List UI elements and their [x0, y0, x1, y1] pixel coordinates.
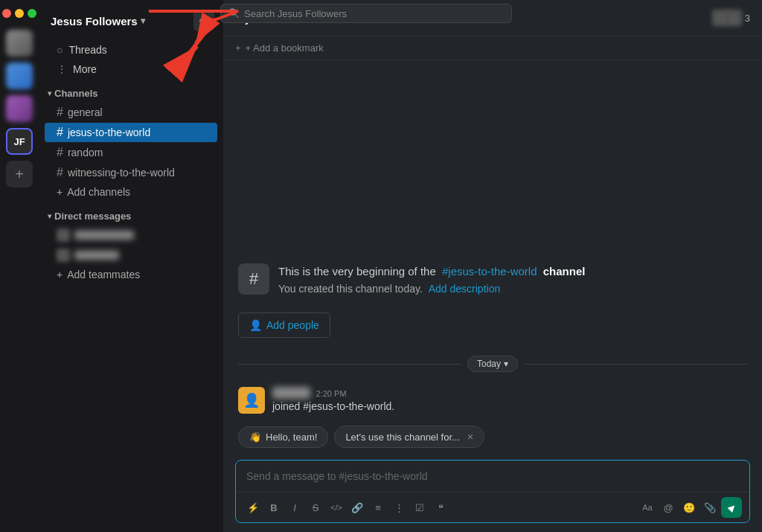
- channel-witnessing[interactable]: # witnessing-to-the-world: [45, 163, 217, 182]
- suggestion-pill-1[interactable]: 👋 Hello, team!: [238, 426, 328, 448]
- suggestion-pill-2[interactable]: Let's use this channel for... ×: [334, 426, 484, 448]
- send-icon: ▶: [726, 501, 737, 513]
- topbar-right: 3: [712, 10, 750, 26]
- dm-name-2: [74, 251, 119, 260]
- bookmark-plus-icon: +: [235, 42, 241, 54]
- toolbar-italic[interactable]: I: [285, 498, 304, 517]
- add-people-button[interactable]: 👤 Add people: [238, 313, 330, 338]
- search-bar-text: Search Jesus Followers: [244, 8, 347, 19]
- toolbar-link[interactable]: 🔗: [348, 498, 367, 517]
- compose-button[interactable]: ✏: [193, 10, 214, 31]
- workspace-icon-3[interactable]: [6, 95, 33, 122]
- dm-name-1: [74, 231, 134, 240]
- channel-intro-title: This is the very beginning of the #jesus…: [278, 263, 585, 281]
- minimize-button[interactable]: [15, 9, 24, 18]
- bookmark-bar[interactable]: + + Add a bookmark: [223, 36, 762, 60]
- divider-line-right: [524, 364, 747, 365]
- plus-icon: +: [57, 269, 63, 281]
- member-avatars[interactable]: [712, 10, 739, 26]
- date-label: Today: [477, 359, 501, 369]
- sidebar-item-threads[interactable]: ○ Threads: [45, 41, 217, 59]
- toolbar-text-format[interactable]: Aa: [638, 498, 657, 517]
- dm-avatar-1: [57, 228, 70, 242]
- message-time: 2:20 PM: [316, 389, 347, 398]
- workspace-icon-2[interactable]: [6, 63, 33, 89]
- message-item: 👤 2:20 PM joined #jesus-to-the-world.: [223, 381, 762, 420]
- close-button[interactable]: [2, 9, 11, 18]
- quote-icon: ❝: [438, 502, 444, 513]
- shortcuts-icon: ⚡: [247, 502, 259, 513]
- sidebar-item-more[interactable]: ⋮ More: [45, 60, 217, 78]
- message-toolbar: ⚡ B I S </> 🔗 ≡ ⋮ ☑ ❝ Aa @ 🙂 📎 ▶: [236, 492, 749, 522]
- dm-triangle: ▾: [48, 212, 51, 220]
- channel-random-label: random: [68, 147, 103, 158]
- date-divider: Today ▾: [223, 347, 762, 381]
- toolbar-mention[interactable]: @: [659, 498, 678, 517]
- message-text: joined #jesus-to-the-world.: [272, 400, 747, 412]
- channel-jesus-to-the-world[interactable]: # jesus-to-the-world: [45, 123, 217, 142]
- fullscreen-button[interactable]: [28, 9, 36, 18]
- send-button[interactable]: ▶: [721, 497, 742, 518]
- toolbar-list-ul[interactable]: ≡: [368, 498, 388, 517]
- more-icon: ⋮: [57, 63, 67, 75]
- add-teammates-button[interactable]: + Add teammates: [45, 266, 217, 283]
- channels-triangle: ▾: [48, 89, 51, 97]
- toolbar-strikethrough[interactable]: S: [306, 498, 325, 517]
- italic-icon: I: [293, 502, 296, 513]
- toolbar-list-ol[interactable]: ⋮: [389, 498, 409, 517]
- intro-suffix: channel: [543, 265, 586, 278]
- divider-line-left: [238, 364, 461, 365]
- add-workspace-button[interactable]: +: [6, 161, 33, 188]
- date-caret: ▾: [504, 359, 508, 369]
- toolbar-code[interactable]: </>: [327, 498, 346, 517]
- workspace-name[interactable]: Jesus Followers ▾: [51, 15, 145, 28]
- date-badge[interactable]: Today ▾: [467, 356, 518, 372]
- search-bar[interactable]: 🔍 Search Jesus Followers: [220, 4, 512, 23]
- channel-random[interactable]: # random: [45, 143, 217, 162]
- sidebar: Jesus Followers ▾ ✏ ○ Threads ⋮ More ▾ C…: [39, 0, 223, 532]
- dm-item-2[interactable]: [45, 246, 217, 265]
- channel-hash-icon: #: [238, 263, 269, 295]
- intro-prefix: This is the very beginning of the: [278, 265, 436, 278]
- sidebar-item-more-label: More: [73, 63, 97, 75]
- channels-section-header[interactable]: ▾ Channels: [39, 85, 223, 102]
- main-content: 🔍 Search Jesus Followers # jesus-to-the-…: [223, 0, 762, 532]
- hash-icon: #: [57, 106, 63, 119]
- pill-1-label: Hello, team!: [266, 432, 317, 443]
- toolbar-emoji[interactable]: 🙂: [679, 498, 699, 517]
- message-input-field[interactable]: Send a message to #jesus-to-the-world: [236, 461, 749, 492]
- sidebar-item-threads-label: Threads: [68, 44, 106, 56]
- dm-section: ▾ Direct messages + Add teammates: [39, 208, 223, 284]
- add-channels-button[interactable]: + Add channels: [45, 183, 217, 201]
- mention-icon: @: [663, 502, 673, 513]
- message-avatar: 👤: [238, 387, 265, 414]
- channel-intro: # This is the very beginning of the #jes…: [238, 263, 747, 295]
- threads-icon: ○: [57, 44, 63, 56]
- channel-link[interactable]: #jesus-to-the-world: [442, 265, 537, 278]
- message-input-area: Send a message to #jesus-to-the-world ⚡ …: [223, 454, 762, 532]
- toolbar-shortcuts[interactable]: ⚡: [243, 498, 263, 517]
- channel-witnessing-label: witnessing-to-the-world: [68, 167, 175, 179]
- message-meta: 2:20 PM: [272, 387, 747, 399]
- toolbar-quote[interactable]: ❝: [431, 498, 450, 517]
- dm-section-header[interactable]: ▾ Direct messages: [39, 208, 223, 225]
- close-pill-icon[interactable]: ×: [467, 431, 473, 443]
- toolbar-attach[interactable]: 📎: [700, 498, 720, 517]
- member-count: 3: [745, 13, 750, 24]
- workspace-header[interactable]: Jesus Followers ▾ ✏: [39, 0, 223, 40]
- channel-beginning: # This is the very beginning of the #jes…: [223, 60, 762, 347]
- add-description-link[interactable]: Add description: [429, 283, 501, 295]
- dm-item-1[interactable]: [45, 225, 217, 245]
- search-bar-container[interactable]: 🔍 Search Jesus Followers: [220, 0, 512, 27]
- emoji-icon: 🙂: [683, 502, 695, 513]
- hash-icon: #: [57, 146, 63, 159]
- toolbar-checklist[interactable]: ☑: [410, 498, 429, 517]
- channel-general[interactable]: # general: [45, 103, 217, 122]
- message-placeholder: Send a message to #jesus-to-the-world: [246, 470, 428, 482]
- toolbar-bold[interactable]: B: [264, 498, 284, 517]
- workspace-icon-jf[interactable]: JF: [6, 128, 33, 155]
- text-format-icon: Aa: [642, 503, 652, 512]
- ol-icon: ⋮: [394, 502, 404, 513]
- workspace-icon-1[interactable]: [6, 30, 33, 57]
- hash-icon: #: [57, 166, 63, 179]
